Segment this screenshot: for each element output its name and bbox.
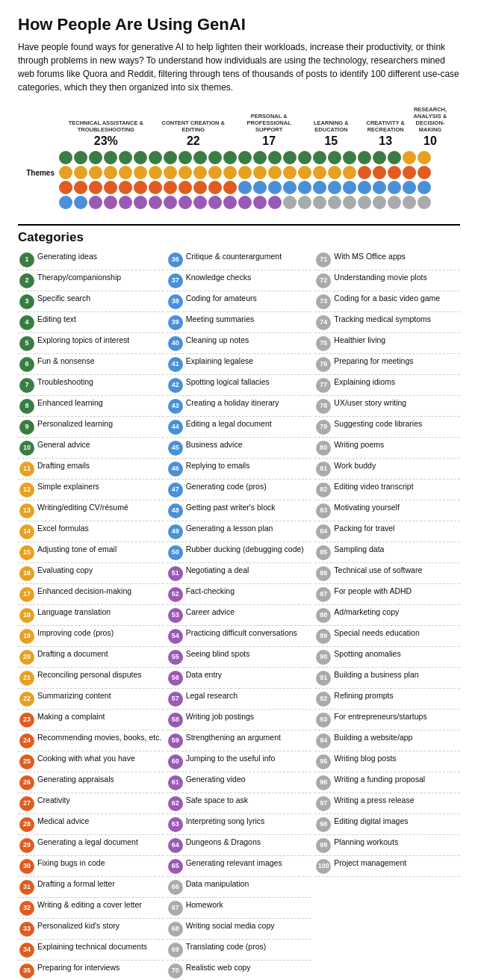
- category-label: Generating appraisals: [37, 775, 162, 785]
- category-label: Reconciling personal disputes: [37, 670, 162, 680]
- list-item: 40Cleaning up notes: [167, 333, 312, 354]
- category-number: 5: [19, 336, 34, 351]
- list-item: 42Spotting logical fallacies: [167, 375, 312, 396]
- category-label: Preparing for meetings: [334, 356, 459, 367]
- category-label: Personalized kid's story: [37, 921, 162, 931]
- list-item: 95Writing blog posts: [314, 751, 460, 772]
- category-number: 70: [168, 964, 183, 979]
- category-number: 75: [316, 336, 331, 351]
- list-item: 2Therapy/companionship: [18, 270, 164, 291]
- list-item: 9Personalized learning: [18, 417, 164, 438]
- category-label: Writing social media copy: [186, 921, 311, 931]
- list-item: 96Writing a funding proposal: [314, 772, 460, 793]
- category-number: 59: [168, 734, 183, 748]
- category-number: 40: [168, 336, 183, 351]
- category-number: 90: [316, 650, 331, 665]
- list-item: 24Recommending movies, books, etc.: [18, 731, 164, 751]
- list-item: 64Dungeons & Dragons: [167, 835, 312, 856]
- list-item: 81Work buddy: [314, 459, 460, 480]
- category-label: Writing job postings: [186, 712, 311, 722]
- list-item: 16Evaluating copy: [18, 563, 164, 584]
- category-number: 80: [316, 441, 331, 456]
- category-number: 38: [168, 294, 183, 309]
- list-item: 63Interpreting song lyrics: [167, 814, 312, 835]
- category-number: 49: [168, 524, 183, 539]
- category-number: 20: [19, 650, 34, 665]
- list-item: 4Editing text: [18, 312, 164, 333]
- list-item: 26Generating appraisals: [18, 772, 164, 793]
- category-label: Planning workouts: [334, 837, 459, 848]
- list-item: 90Spotting anomalies: [314, 647, 460, 668]
- list-item: 36Critique & counterargument: [167, 249, 312, 270]
- category-number: 47: [168, 483, 183, 497]
- category-label: Making a complaint: [37, 712, 162, 722]
- category-number: 13: [19, 503, 34, 518]
- category-label: Packing for travel: [334, 524, 459, 534]
- list-item: 79Suggesting code libraries: [314, 417, 460, 438]
- list-item: 91Building a business plan: [314, 668, 460, 689]
- category-label: Building a website/app: [334, 733, 459, 743]
- list-item: 71With MS Office apps: [314, 249, 460, 270]
- category-label: Improving code (pros): [37, 628, 162, 639]
- category-label: For entrepreneurs/startups: [334, 712, 459, 722]
- category-label: Editing digital images: [334, 816, 459, 827]
- category-number: 17: [19, 587, 34, 602]
- category-label: Personalized learning: [37, 419, 162, 429]
- list-item: 92Refining prompts: [314, 689, 460, 710]
- list-item: 67Homework: [167, 898, 312, 919]
- category-label: Refining prompts: [334, 691, 459, 701]
- category-label: Medical advice: [37, 816, 162, 827]
- category-label: Editing text: [37, 314, 162, 325]
- category-number: 23: [19, 713, 34, 728]
- list-item: 15Adjusting tone of email: [18, 542, 164, 563]
- list-item: 21Reconciling personal disputes: [18, 668, 164, 689]
- category-number: 11: [19, 462, 34, 477]
- list-item: 59Strengthening an argument: [167, 731, 312, 751]
- category-label: Troubleshooting: [37, 377, 162, 388]
- category-label: Generating a lesson plan: [186, 524, 311, 534]
- list-item: 86Technical use of software: [314, 563, 460, 584]
- category-number: 18: [19, 608, 34, 623]
- list-item: 25Cooking with what you have: [18, 751, 164, 772]
- category-label: Understanding movie plots: [334, 273, 459, 283]
- category-number: 27: [19, 796, 34, 811]
- category-number: 54: [168, 629, 183, 644]
- list-item: 72Understanding movie plots: [314, 270, 460, 291]
- list-item: 14Excel formulas: [18, 521, 164, 542]
- category-label: Interpreting song lyrics: [186, 816, 311, 827]
- category-label: Spotting logical fallacies: [186, 377, 311, 388]
- category-label: Cleaning up notes: [186, 335, 311, 346]
- list-item: 43Creating a holiday itinerary: [167, 396, 312, 417]
- category-number: 72: [316, 273, 331, 288]
- category-label: Writing a funding proposal: [334, 775, 459, 785]
- list-item: 70Realistic web copy: [167, 961, 312, 980]
- list-item: 3Specific search: [18, 291, 164, 312]
- category-label: Evaluating copy: [37, 565, 162, 576]
- list-item: 51Negotiating a deal: [167, 563, 312, 584]
- category-number: 71: [316, 252, 331, 267]
- category-number: 15: [19, 545, 34, 560]
- category-label: Writing/editing CV/résumé: [37, 503, 162, 513]
- list-item: 18Language translation: [18, 605, 164, 626]
- list-item: 38Coding for amateurs: [167, 291, 312, 312]
- category-number: 57: [168, 692, 183, 707]
- category-number: 48: [168, 503, 183, 518]
- list-item: 12Simple explainers: [18, 480, 164, 500]
- list-item: 6Fun & nonsense: [18, 354, 164, 375]
- category-label: Recommending movies, books, etc.: [37, 733, 162, 743]
- category-number: 84: [316, 524, 331, 539]
- list-item: 20Drafting a document: [18, 647, 164, 668]
- category-number: 95: [316, 754, 331, 769]
- category-label: Special needs education: [334, 628, 459, 639]
- category-label: Creating a holiday itinerary: [186, 398, 311, 409]
- category-label: Meeting summaries: [186, 314, 311, 325]
- category-number: 2: [19, 273, 34, 288]
- list-item: 99Planning workouts: [314, 835, 460, 856]
- category-number: 21: [19, 671, 34, 686]
- category-label: Generating video: [186, 775, 311, 785]
- category-number: 36: [168, 252, 183, 267]
- list-item: 54Practicing difficult conversations: [167, 626, 312, 647]
- category-label: Specific search: [37, 294, 162, 304]
- list-item: 32Writing & editing a cover letter: [18, 898, 164, 919]
- category-number: 3: [19, 294, 34, 309]
